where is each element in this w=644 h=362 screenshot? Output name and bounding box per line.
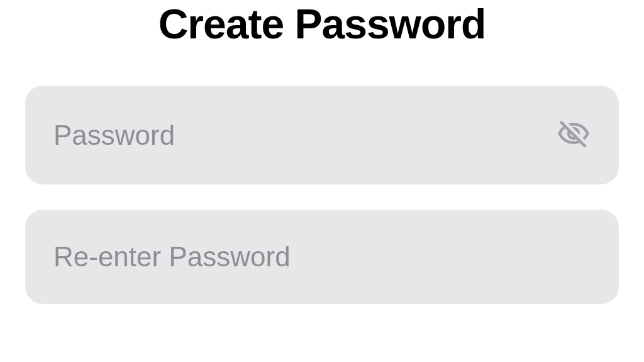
confirm-password-input[interactable] [53, 241, 591, 273]
password-field-container [25, 86, 619, 184]
eye-slash-icon [557, 117, 591, 153]
page-title: Create Password [25, 0, 619, 48]
password-input[interactable] [53, 120, 557, 151]
toggle-password-visibility-button[interactable] [557, 117, 591, 153]
confirm-password-field-container [25, 210, 619, 304]
